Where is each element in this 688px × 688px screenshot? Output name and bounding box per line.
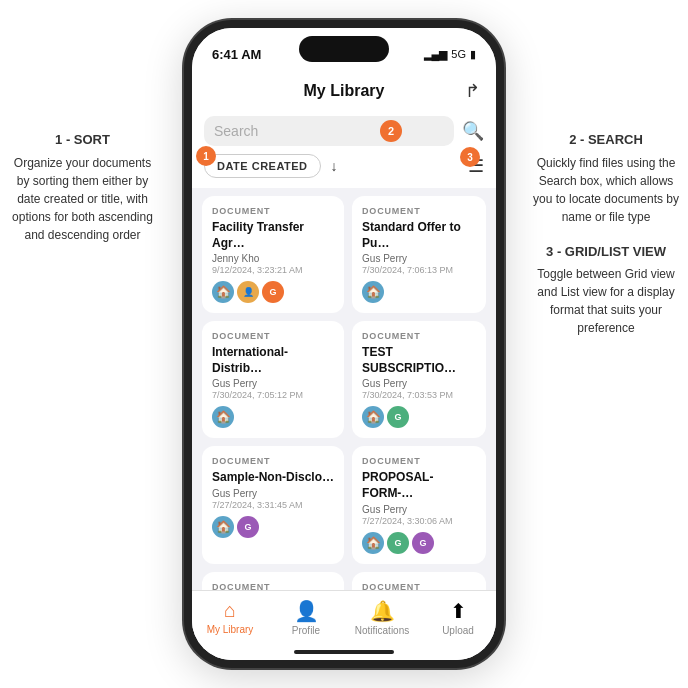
page-wrapper: 1 - SORT Organize your documents by sort… — [0, 0, 688, 688]
doc-type: DOCUMENT — [212, 206, 334, 216]
avatar: G — [387, 532, 409, 554]
gridlist-heading: 3 - GRID/LIST VIEW — [532, 242, 680, 262]
nav-item-upload[interactable]: ⬆ Upload — [420, 599, 496, 636]
nav-label: My Library — [207, 624, 254, 635]
doc-author: Gus Perry — [362, 504, 476, 515]
doc-author: Gus Perry — [212, 488, 334, 499]
doc-avatars: 🏠 — [362, 281, 476, 303]
document-card[interactable]: DOCUMENT Sample-Non-Disclo… Gus Perry 7/… — [202, 446, 344, 563]
nav-icon: ⬆ — [450, 599, 467, 623]
gridlist-annotation: 3 - GRID/LIST VIEW Toggle between Grid v… — [532, 242, 680, 338]
sort-number-badge: 1 — [196, 146, 216, 166]
sort-heading: 1 - SORT — [10, 130, 155, 150]
doc-date: 7/27/2024, 3:31:45 AM — [212, 500, 334, 510]
nav-label: Upload — [442, 625, 474, 636]
avatar: 🏠 — [212, 516, 234, 538]
nav-item-profile[interactable]: 👤 Profile — [268, 599, 344, 636]
gridlist-body: Toggle between Grid view and List view f… — [532, 265, 680, 337]
document-card[interactable]: DOCUMENT Facility Transfer Agr… Jenny Kh… — [202, 196, 344, 313]
doc-title: TEST SUBSCRIPTIO… — [362, 345, 476, 376]
doc-type: DOCUMENT — [362, 456, 476, 466]
home-bar — [294, 650, 394, 654]
search-input[interactable]: Search — [204, 116, 454, 146]
sort-button-wrap: 1 DATE CREATED — [204, 154, 321, 178]
avatar: 🏠 — [362, 281, 384, 303]
search-icon[interactable]: 🔍 — [462, 120, 484, 142]
network-label: 5G — [451, 48, 466, 60]
doc-type: DOCUMENT — [362, 331, 476, 341]
avatar: 🏠 — [212, 406, 234, 428]
documents-grid: DOCUMENT Facility Transfer Agr… Jenny Kh… — [192, 188, 496, 591]
doc-type: DOCUMENT — [212, 331, 334, 341]
nav-item-notifications[interactable]: 🔔 Notifications — [344, 599, 420, 636]
sort-direction-icon[interactable]: ↓ — [331, 158, 338, 174]
status-icons: ▂▄▆ 5G ▮ — [424, 48, 476, 61]
nav-icon: ⌂ — [224, 599, 236, 622]
grid-list-wrap: 3 ☰ — [468, 155, 484, 177]
search-badge: 2 — [380, 120, 402, 142]
search-annotation: 2 - SEARCH Quickly find files using the … — [532, 130, 680, 226]
avatar: G — [387, 406, 409, 428]
search-body: Quickly find files using the Search box,… — [532, 154, 680, 226]
document-card[interactable]: DOCUMENT TEST SUBSCRIPTIO… Gus Perry 7/3… — [352, 321, 486, 438]
phone-shell: 6:41 AM ▂▄▆ 5G ▮ My Library ↱ Search — [184, 20, 504, 668]
doc-avatars: 🏠G — [362, 406, 476, 428]
doc-title: Standard Offer to Pu… — [362, 220, 476, 251]
signal-icon: ▂▄▆ — [424, 48, 448, 61]
left-annotation: 1 - SORT Organize your documents by sort… — [10, 130, 155, 244]
document-card[interactable]: DOCUMENT International-Distrib… Gus Perr… — [202, 321, 344, 438]
doc-avatars: 🏠 — [212, 406, 334, 428]
document-card[interactable]: DOCUMENT Standard Offer to Pu… Gus Perry… — [352, 196, 486, 313]
doc-date: 7/30/2024, 7:03:53 PM — [362, 390, 476, 400]
doc-type: DOCUMENT — [212, 456, 334, 466]
app-title: My Library — [304, 82, 385, 100]
nav-icon: 👤 — [294, 599, 319, 623]
doc-author: Gus Perry — [362, 253, 476, 264]
doc-title: Facility Transfer Agr… — [212, 220, 334, 251]
search-area: Search 2 🔍 — [192, 108, 496, 146]
nav-label: Notifications — [355, 625, 409, 636]
nav-icon: 🔔 — [370, 599, 395, 623]
document-card[interactable]: DOCUMENT 4 LEDBOROUGH L… — [352, 572, 486, 591]
sort-body: Organize your documents by sorting them … — [10, 154, 155, 244]
nav-label: Profile — [292, 625, 320, 636]
doc-title: International-Distrib… — [212, 345, 334, 376]
document-card[interactable]: DOCUMENT PROPOSAL-FORM-… Gus Perry 7/27/… — [352, 446, 486, 563]
doc-author: Gus Perry — [362, 378, 476, 389]
dynamic-island — [299, 36, 389, 62]
avatar: G — [262, 281, 284, 303]
export-icon[interactable]: ↱ — [465, 80, 480, 102]
doc-title: PROPOSAL-FORM-… — [362, 470, 476, 501]
doc-type: DOCUMENT — [362, 206, 476, 216]
doc-date: 7/30/2024, 7:05:12 PM — [212, 390, 334, 400]
nav-item-my-library[interactable]: ⌂ My Library — [192, 599, 268, 635]
document-card[interactable]: DOCUMENT SampleXLSFile_7M… — [202, 572, 344, 591]
app-header: My Library ↱ — [192, 72, 496, 108]
battery-icon: ▮ — [470, 48, 476, 61]
right-annotation: 2 - SEARCH Quickly find files using the … — [532, 130, 680, 353]
doc-author: Jenny Kho — [212, 253, 334, 264]
search-placeholder: Search — [214, 123, 258, 139]
phone-screen: My Library ↱ Search 2 🔍 1 — [192, 72, 496, 660]
sort-row: 1 DATE CREATED ↓ 3 ☰ — [192, 146, 496, 188]
avatar: 👤 — [237, 281, 259, 303]
doc-avatars: 🏠GG — [362, 532, 476, 554]
doc-avatars: 🏠👤G — [212, 281, 334, 303]
grid-list-badge: 3 — [460, 147, 480, 167]
avatar: 🏠 — [362, 532, 384, 554]
avatar: G — [412, 532, 434, 554]
phone-notch: 6:41 AM ▂▄▆ 5G ▮ — [192, 28, 496, 72]
doc-author: Gus Perry — [212, 378, 334, 389]
avatar: 🏠 — [362, 406, 384, 428]
doc-date: 7/30/2024, 7:06:13 PM — [362, 265, 476, 275]
doc-date: 7/27/2024, 3:30:06 AM — [362, 516, 476, 526]
search-heading: 2 - SEARCH — [532, 130, 680, 150]
sort-button[interactable]: DATE CREATED — [204, 154, 321, 178]
avatar: 🏠 — [212, 281, 234, 303]
search-input-container: Search 2 — [204, 116, 454, 146]
doc-date: 9/12/2024, 3:23:21 AM — [212, 265, 334, 275]
avatar: G — [237, 516, 259, 538]
status-time: 6:41 AM — [212, 47, 261, 62]
doc-title: Sample-Non-Disclo… — [212, 470, 334, 486]
search-row: Search 2 🔍 — [204, 116, 484, 146]
